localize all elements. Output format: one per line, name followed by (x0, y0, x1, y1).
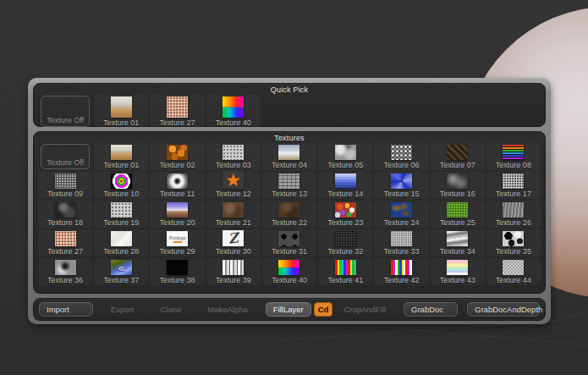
texture-item[interactable]: Texture 20 (150, 201, 204, 228)
texture-label: Texture 05 (327, 161, 363, 169)
texture-label: Texture 04 (272, 161, 307, 169)
texture-item[interactable]: Texture 37 (94, 258, 148, 285)
texture-label: Texture 43 (440, 276, 475, 284)
texture-item[interactable]: Texture 10 (94, 172, 148, 199)
texture-thumbnail (223, 260, 244, 275)
texture-thumbnail (447, 231, 468, 246)
texture-item[interactable]: Texture 22 (262, 201, 316, 228)
texture-thumbnail (503, 231, 524, 246)
texture-item[interactable]: Texture 07 (431, 143, 485, 170)
texture-thumbnail (167, 231, 188, 246)
grabdoc-button[interactable]: GrabDoc (404, 302, 458, 317)
texture-off-button[interactable]: Texture Off (38, 95, 92, 128)
texture-item[interactable]: Texture 12 (206, 172, 261, 199)
texture-item[interactable]: Texture 34 (431, 229, 485, 256)
texture-item[interactable]: Texture 03 (206, 143, 261, 170)
texture-thumbnail (167, 174, 188, 189)
texture-item[interactable]: Texture 14 (318, 172, 372, 199)
texture-item[interactable]: Texture 33 (374, 229, 428, 256)
texture-thumbnail (111, 174, 132, 189)
clone-button[interactable]: Clone (151, 302, 190, 317)
texture-item[interactable]: Texture 31 (262, 229, 316, 256)
texture-label: Texture 40 (272, 276, 307, 284)
makealpha-button[interactable]: MakeAlpha (199, 302, 256, 317)
texture-label: Texture 02 (160, 161, 195, 169)
texture-thumbnail (167, 97, 188, 118)
grabdocanddepth-button[interactable]: GrabDocAndDepth (467, 302, 540, 317)
texture-item[interactable]: Texture 27 (150, 95, 204, 128)
texture-label: Texture 20 (160, 218, 195, 227)
texture-label: Texture 06 (383, 161, 419, 169)
cd-button[interactable]: Cd (314, 302, 333, 317)
texture-item[interactable]: Texture 24 (374, 201, 428, 228)
texture-item[interactable]: Texture 35 (486, 229, 541, 256)
texture-off-button[interactable]: Texture Off (38, 143, 92, 170)
texture-item[interactable]: Texture 16 (431, 172, 485, 199)
texture-item[interactable]: Texture 08 (486, 143, 541, 170)
texture-thumbnail (55, 231, 76, 246)
texture-label: Texture 18 (47, 218, 83, 227)
filllayer-button[interactable]: FillLayer (266, 302, 311, 317)
texture-item[interactable]: Texture 17 (486, 172, 541, 199)
texture-label: Texture 11 (160, 190, 195, 198)
texture-item[interactable]: Texture 06 (374, 143, 428, 170)
texture-item[interactable]: Texture 39 (206, 258, 261, 285)
texture-thumbnail (111, 97, 132, 118)
texture-thumbnail (111, 260, 132, 275)
document-canvas[interactable]: Quick Pick Texture OffTexture 01Texture … (0, 0, 588, 375)
texture-item[interactable]: Texture 43 (431, 258, 485, 285)
cropandfill-button[interactable]: CropAndFill (335, 302, 394, 317)
texture-label: Texture 21 (216, 218, 251, 227)
texture-item[interactable]: Texture 36 (38, 258, 92, 285)
texture-item[interactable]: Texture 21 (206, 201, 261, 228)
texture-thumbnail (223, 171, 244, 189)
texture-item[interactable]: Texture 01 (94, 143, 148, 170)
texture-item[interactable]: Texture 09 (38, 172, 92, 199)
texture-item[interactable]: Texture 04 (262, 143, 316, 170)
texture-item[interactable]: Texture 32 (318, 229, 372, 256)
texture-thumbnail (391, 145, 412, 160)
texture-item[interactable]: Texture 11 (150, 172, 204, 199)
texture-item[interactable]: Texture 19 (94, 201, 148, 228)
texture-thumbnail (167, 202, 188, 218)
texture-label: Texture 33 (383, 247, 419, 256)
texture-label: Texture 22 (272, 218, 307, 227)
texture-label: Texture 27 (47, 247, 83, 256)
texture-item[interactable]: Texture 40 (206, 95, 261, 128)
quick-pick-title: Quick Pick (37, 84, 541, 94)
texture-item[interactable]: Texture 13 (262, 172, 316, 199)
texture-item[interactable]: Texture 29 (150, 229, 204, 256)
texture-item[interactable]: Texture 02 (150, 143, 204, 170)
texture-item[interactable]: Texture 18 (38, 201, 92, 228)
texture-thumbnail (278, 174, 299, 189)
texture-thumbnail (447, 174, 468, 189)
texture-label: Texture 23 (327, 218, 363, 227)
texture-item[interactable]: Texture 28 (94, 229, 148, 256)
quick-pick-row: Texture OffTexture 01Texture 27Texture 4… (37, 94, 541, 129)
texture-item[interactable]: Texture 26 (486, 201, 541, 228)
texture-item[interactable]: Texture 15 (374, 172, 428, 199)
texture-item[interactable]: Texture 25 (431, 201, 485, 228)
texture-thumbnail (167, 260, 188, 275)
texture-item[interactable]: Texture 44 (486, 258, 541, 285)
texture-item[interactable]: Texture 01 (94, 95, 148, 128)
texture-label: Texture 37 (103, 276, 139, 284)
texture-item[interactable]: Texture 23 (318, 201, 372, 228)
texture-item[interactable]: Texture 38 (150, 258, 204, 285)
floor-grid-line (398, 328, 587, 345)
import-button[interactable]: Import (39, 302, 93, 317)
texture-palette-window: Quick Pick Texture OffTexture 01Texture … (28, 78, 551, 324)
texture-label: Texture 35 (496, 247, 531, 256)
export-button[interactable]: Export (102, 302, 142, 317)
texture-thumbnail (111, 202, 132, 218)
texture-item[interactable]: Texture 41 (318, 258, 372, 285)
texture-label: Texture 01 (103, 119, 139, 127)
textures-title: Textures (37, 132, 541, 142)
texture-item[interactable]: Texture 40 (262, 258, 316, 285)
texture-thumbnail (55, 260, 76, 275)
texture-item[interactable]: Texture 27 (38, 229, 92, 256)
texture-item[interactable]: Texture 42 (374, 258, 428, 285)
texture-label: Texture 24 (383, 218, 419, 227)
texture-item[interactable]: Texture 05 (318, 143, 372, 170)
texture-item[interactable]: Texture 30 (206, 229, 261, 256)
